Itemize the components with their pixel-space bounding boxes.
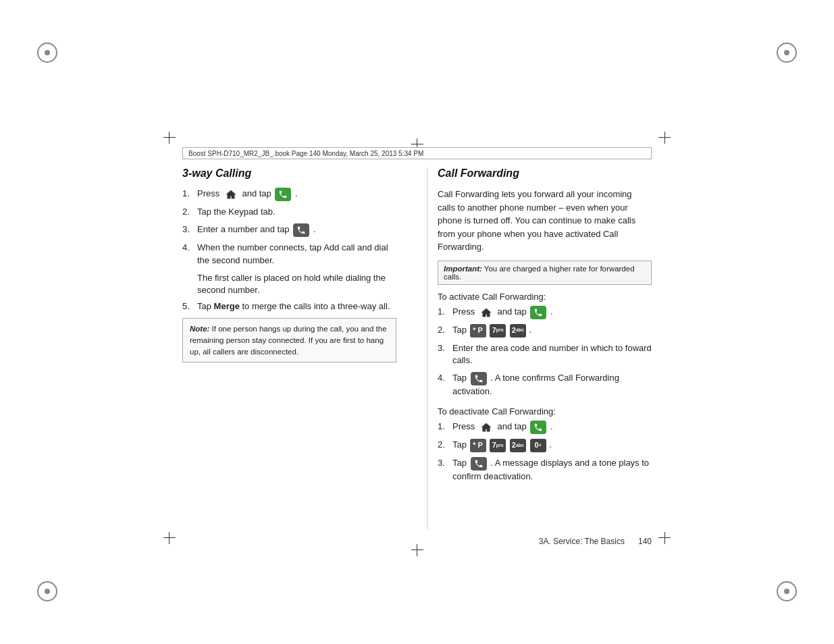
step-1-num: 1. bbox=[182, 188, 197, 200]
activate-label: To activate Call Forwarding: bbox=[438, 292, 652, 302]
three-way-calling-steps: 1. Press and tap bbox=[182, 188, 396, 267]
reg-mark-br bbox=[777, 581, 797, 601]
activate-step-4: 4. Tap . A tone confirms Call Forwarding… bbox=[438, 372, 652, 398]
step-3-content: Enter a number and tap . bbox=[197, 223, 396, 237]
deact-key-7: 7prs bbox=[490, 439, 506, 452]
act-step-3-content: Enter the area code and number in which … bbox=[452, 342, 652, 368]
reg-mark-tl bbox=[37, 43, 57, 63]
call-forwarding-title: Call Forwarding bbox=[438, 167, 652, 180]
activate-step-3: 3. Enter the area code and number in whi… bbox=[438, 342, 652, 368]
right-column: Call Forwarding Call Forwarding lets you… bbox=[427, 167, 652, 529]
act-step-2-content: Tap * P 7prs 2abc . bbox=[452, 324, 652, 338]
step-1: 1. Press and tap bbox=[182, 188, 396, 201]
page-section-text: 3A. Service: The Basics bbox=[539, 537, 625, 546]
reg-mark-tr bbox=[777, 43, 797, 63]
note-text: If one person hangs up during the call, … bbox=[190, 325, 387, 355]
home-icon-1 bbox=[224, 188, 238, 200]
phone-icon-1 bbox=[275, 188, 291, 201]
step-2: 2. Tap the Keypad tab. bbox=[182, 206, 396, 219]
crosshair-tl bbox=[163, 132, 176, 144]
deactivate-steps: 1. Press and tap bbox=[438, 421, 652, 483]
act-step-4-content: Tap . A tone confirms Call Forwarding ac… bbox=[452, 372, 652, 398]
act-step-2-num: 2. bbox=[438, 324, 452, 337]
deactivate-label: To deactivate Call Forwarding: bbox=[438, 406, 652, 417]
act-step-4-num: 4. bbox=[438, 372, 452, 385]
deactivate-step-3: 3. Tap . A message displays and a tone p… bbox=[438, 457, 652, 483]
step-4: 4. When the number connects, tap Add cal… bbox=[182, 242, 396, 267]
deact-step-2-content: Tap * P 7prs 2abc 0+ . bbox=[452, 439, 652, 452]
crosshair-bl bbox=[163, 532, 176, 544]
call-forwarding-desc: Call Forwarding lets you forward all you… bbox=[438, 188, 652, 254]
phone-icon-deact-3 bbox=[471, 457, 487, 471]
step-3-num: 3. bbox=[182, 223, 197, 236]
key-star: * P bbox=[470, 324, 486, 338]
activate-step-2: 2. Tap * P 7prs 2abc . bbox=[438, 324, 652, 338]
act-step-1-num: 1. bbox=[438, 306, 452, 319]
step-4-content: When the number connects, tap Add call a… bbox=[197, 242, 396, 267]
top-bar: Boost SPH-D710_MR2_JB_.book Page 140 Mon… bbox=[182, 147, 652, 159]
crosshair-center-bottom bbox=[411, 544, 423, 556]
deact-key-star: * P bbox=[470, 439, 486, 452]
step-4-sub: The first caller is placed on hold while… bbox=[197, 272, 396, 298]
step-1-content: Press and tap bbox=[197, 188, 396, 201]
act-step-3-num: 3. bbox=[438, 342, 452, 355]
deact-key-0: 0+ bbox=[530, 439, 546, 452]
crosshair-br bbox=[658, 532, 671, 544]
step-4-num: 4. bbox=[182, 242, 197, 254]
deact-step-1-content: Press and tap . bbox=[452, 421, 652, 434]
step-2-content: Tap the Keypad tab. bbox=[197, 206, 396, 219]
phone-icon-deact-1 bbox=[530, 421, 546, 434]
content-area: 3-way Calling 1. Press and tap bbox=[182, 167, 652, 529]
merge-bold: Merge bbox=[214, 301, 240, 311]
home-icon-act-1 bbox=[479, 306, 494, 319]
important-box: Important: You are charged a higher rate… bbox=[438, 261, 652, 285]
step-5: 5. Tap Merge to merge the calls into a t… bbox=[182, 301, 396, 311]
step-5-num: 5. bbox=[182, 301, 197, 311]
reg-mark-bl bbox=[37, 581, 57, 601]
deact-key-2: 2abc bbox=[510, 439, 526, 452]
deact-step-3-num: 3. bbox=[438, 457, 452, 470]
deact-step-2-num: 2. bbox=[438, 439, 452, 452]
home-icon-deact-1 bbox=[479, 421, 494, 433]
important-label: Important: bbox=[444, 265, 482, 273]
page-number: 140 bbox=[638, 537, 652, 546]
step-5-content: Tap Merge to merge the calls into a thre… bbox=[197, 301, 396, 311]
step-3: 3. Enter a number and tap . bbox=[182, 223, 396, 237]
deactivate-step-2: 2. Tap * P 7prs 2abc 0+ . bbox=[438, 439, 652, 452]
note-label: Note: bbox=[190, 325, 209, 333]
key-7: 7prs bbox=[490, 324, 506, 338]
page-wrapper: Boost SPH-D710_MR2_JB_.book Page 140 Mon… bbox=[0, 0, 834, 644]
phone-icon-act-4 bbox=[471, 372, 487, 385]
phone-icon-3 bbox=[293, 223, 309, 237]
key-2: 2abc bbox=[510, 324, 526, 338]
phone-icon-act-1 bbox=[530, 306, 546, 319]
crosshair-tr bbox=[658, 132, 671, 144]
note-box: Note: If one person hangs up during the … bbox=[182, 318, 396, 363]
deact-step-1-num: 1. bbox=[438, 421, 452, 433]
page-footer: 3A. Service: The Basics 140 bbox=[539, 537, 652, 546]
activate-steps: 1. Press and tap bbox=[438, 306, 652, 399]
deactivate-step-1: 1. Press and tap bbox=[438, 421, 652, 434]
book-info-text: Boost SPH-D710_MR2_JB_.book Page 140 Mon… bbox=[188, 150, 423, 157]
act-step-1-content: Press and tap . bbox=[452, 306, 652, 319]
left-column: 3-way Calling 1. Press and tap bbox=[182, 167, 407, 529]
deact-step-3-content: Tap . A message displays and a tone play… bbox=[452, 457, 652, 483]
three-way-calling-title: 3-way Calling bbox=[182, 167, 396, 180]
step-2-num: 2. bbox=[182, 206, 197, 219]
activate-step-1: 1. Press and tap bbox=[438, 306, 652, 319]
